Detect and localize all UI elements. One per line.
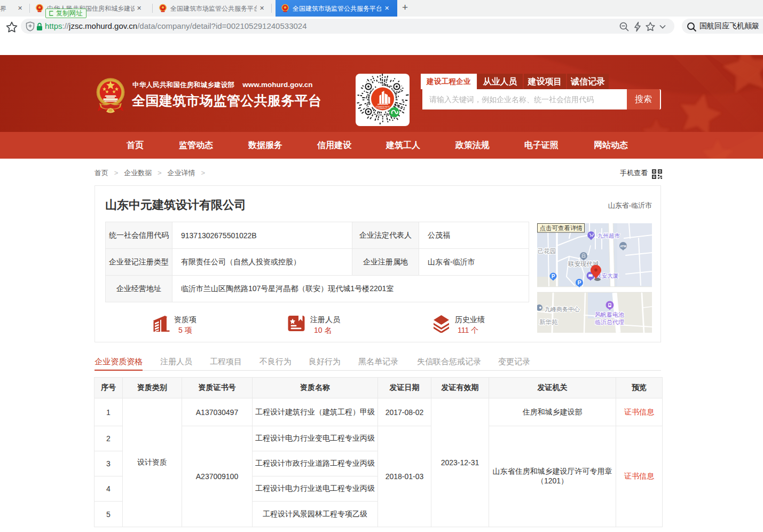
svg-text:ATM: ATM [620, 245, 626, 248]
svg-text:风帆蓄电池: 风帆蓄电池 [595, 311, 624, 318]
svg-text:己花园: 己花园 [538, 248, 556, 254]
svg-text:P: P [577, 279, 581, 286]
svg-text:临沂总代理: 临沂总代理 [595, 319, 624, 325]
svg-text:九州超市: 九州超市 [597, 232, 620, 239]
svg-text:P: P [552, 273, 555, 279]
svg-text:点击可查看详情: 点击可查看详情 [540, 225, 583, 231]
svg-text:新华苑: 新华苑 [539, 319, 558, 325]
svg-text:公共服务平台: 公共服务平台 [378, 107, 388, 109]
svg-text:九峰商务中心: 九峰商务中心 [545, 306, 580, 312]
